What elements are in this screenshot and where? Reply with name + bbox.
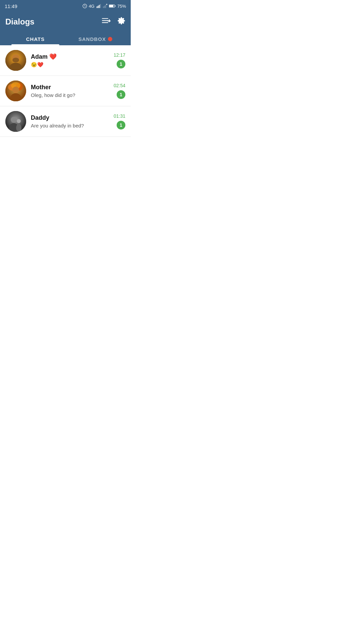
- chat-list: Adam ❤️ 😉❤️ 12:17 1: [0, 45, 131, 137]
- avatar: [5, 50, 26, 71]
- svg-rect-14: [102, 20, 108, 21]
- chat-info: Mother Oleg, how did it go?: [31, 84, 109, 98]
- svg-rect-11: [109, 5, 114, 7]
- svg-rect-6: [104, 6, 105, 8]
- svg-point-31: [11, 117, 17, 123]
- page-title: Dialogs: [5, 17, 35, 26]
- header-actions: [102, 17, 125, 27]
- svg-rect-1: [97, 6, 97, 8]
- status-bar: 11:49 4G 75%: [0, 0, 131, 12]
- network-type: 4G: [89, 4, 95, 9]
- chat-time: 02:54: [114, 83, 125, 88]
- new-chat-icon[interactable]: [102, 17, 111, 26]
- chat-item[interactable]: Mother Oleg, how did it go? 02:54 1: [0, 76, 131, 106]
- svg-rect-17: [108, 20, 111, 21]
- status-time: 11:49: [5, 3, 17, 9]
- chat-info: Daddy Are you already in bed?: [31, 114, 109, 128]
- app-header: Dialogs CHATS: [0, 12, 131, 45]
- settings-icon[interactable]: [117, 17, 125, 27]
- chat-preview: 😉❤️: [31, 62, 109, 68]
- svg-point-33: [17, 119, 21, 123]
- signal-x-icon: [103, 4, 107, 8]
- svg-rect-13: [102, 18, 108, 19]
- svg-point-28: [12, 87, 19, 93]
- svg-rect-7: [105, 5, 106, 8]
- svg-rect-2: [98, 6, 99, 8]
- signal-icon: [96, 4, 101, 8]
- clock-icon: [82, 4, 87, 8]
- tab-sandbox[interactable]: SANDBOX: [65, 33, 125, 45]
- svg-rect-5: [103, 6, 104, 8]
- chat-name: Daddy: [31, 114, 109, 121]
- avatar: [5, 111, 26, 132]
- unread-badge: 1: [117, 121, 125, 129]
- battery-percent: 75%: [117, 4, 126, 9]
- svg-rect-15: [102, 22, 108, 23]
- header-top: Dialogs: [5, 17, 125, 27]
- chat-name: Mother: [31, 84, 109, 91]
- tab-chats[interactable]: CHATS: [5, 33, 65, 45]
- chat-time: 01:31: [114, 113, 125, 119]
- battery-icon: [109, 4, 116, 8]
- svg-rect-4: [100, 4, 101, 8]
- svg-rect-3: [99, 5, 100, 8]
- svg-point-34: [16, 124, 21, 132]
- chat-meta: 01:31 1: [114, 113, 125, 129]
- chat-preview: Oleg, how did it go?: [31, 92, 109, 98]
- chat-name: Adam ❤️: [31, 53, 109, 60]
- unread-badge: 1: [117, 60, 125, 68]
- status-icons: 4G 75%: [82, 4, 126, 9]
- chat-meta: 02:54 1: [114, 83, 125, 99]
- avatar: [5, 80, 26, 101]
- tab-bar: CHATS SANDBOX: [5, 33, 125, 45]
- svg-rect-12: [115, 5, 115, 7]
- chat-item[interactable]: Adam ❤️ 😉❤️ 12:17 1: [0, 45, 131, 76]
- svg-point-23: [12, 58, 19, 62]
- chat-meta: 12:17 1: [114, 52, 125, 68]
- chat-preview: Are you already in bed?: [31, 123, 109, 128]
- sandbox-notification-dot: [108, 37, 112, 41]
- chat-item[interactable]: Daddy Are you already in bed? 01:31 1: [0, 106, 131, 137]
- chat-info: Adam ❤️ 😉❤️: [31, 53, 109, 68]
- unread-badge: 1: [117, 90, 125, 99]
- chat-time: 12:17: [114, 52, 125, 58]
